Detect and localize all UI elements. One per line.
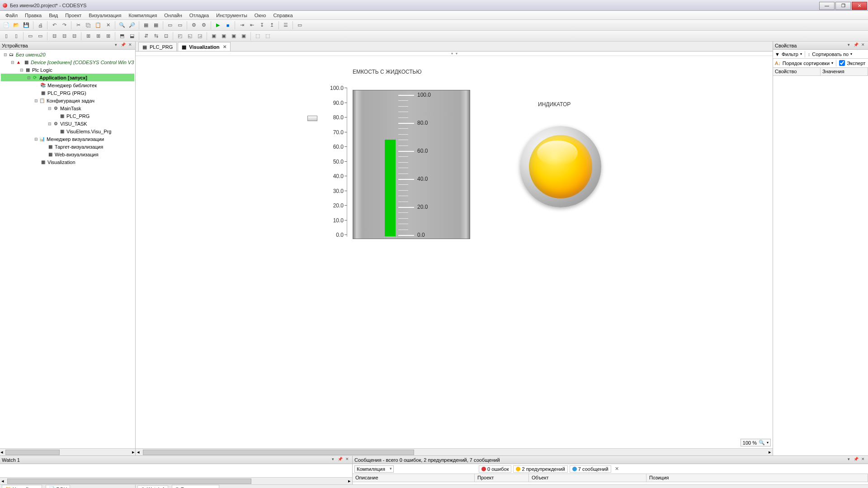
login-icon[interactable]: ⚙	[189, 21, 198, 30]
panel-close-icon[interactable]: ✕	[127, 42, 133, 49]
align-icon[interactable]: ▯	[12, 32, 21, 41]
splitter-icon[interactable]: ▾	[456, 52, 458, 56]
tab-pou[interactable]: 📄 POU	[46, 485, 71, 488]
step-icon[interactable]: ↧	[257, 21, 266, 30]
align-icon[interactable]: ⬓	[127, 32, 137, 41]
align-icon[interactable]: ⊞	[104, 32, 113, 41]
align-icon[interactable]: ⊟	[60, 32, 69, 41]
logout-icon[interactable]: ⚙	[199, 21, 208, 30]
panel-close-icon[interactable]: ✕	[860, 457, 866, 463]
tree-taskcfg[interactable]: Конфигурация задач	[47, 98, 94, 103]
panel-close-icon[interactable]: ✕	[860, 42, 866, 49]
align-icon[interactable]: ▭	[26, 32, 35, 41]
close-button[interactable]: ✕	[852, 2, 867, 10]
watch-hscroll[interactable]: ◂▸	[0, 477, 352, 484]
tree-root[interactable]: Без имени20	[16, 52, 46, 57]
tree-visuelem[interactable]: VisuElems.Visu_Prg	[66, 129, 111, 134]
panel-dropdown-icon[interactable]: ▾	[330, 457, 336, 463]
toolbar-btn[interactable]: ▦	[151, 21, 160, 30]
scale-slider[interactable]	[307, 116, 317, 121]
tree-hscroll[interactable]: ◂▸	[0, 448, 135, 455]
tree-visutask[interactable]: VISU_TASK	[60, 121, 87, 127]
find-icon[interactable]: 🔍	[118, 21, 127, 30]
tree-visualization[interactable]: Visualization	[47, 160, 75, 165]
open-icon[interactable]: 📂	[12, 21, 21, 30]
panel-pin-icon[interactable]: 📌	[853, 42, 859, 49]
paste-icon[interactable]: 📋	[94, 21, 103, 30]
messages-filter[interactable]: 7 сообщений	[570, 465, 611, 473]
align-icon[interactable]: ◰	[175, 32, 184, 41]
copy-icon[interactable]: ⿻	[84, 21, 93, 30]
menu-tools[interactable]: Инструменты	[212, 12, 251, 19]
messages-category-combo[interactable]: Компиляция	[354, 465, 394, 473]
toolbar-btn[interactable]: ▭	[175, 21, 184, 30]
align-icon[interactable]: ◱	[185, 32, 194, 41]
step-icon[interactable]: ⇥	[237, 21, 246, 30]
menu-visualization[interactable]: Визуализация	[85, 12, 125, 19]
menu-debug[interactable]: Отладка	[186, 12, 212, 19]
toolbar-btn[interactable]: ▦	[142, 21, 151, 30]
panel-dropdown-icon[interactable]: ▾	[845, 457, 852, 463]
panel-pin-icon[interactable]: 📌	[120, 42, 126, 49]
menu-help[interactable]: Справка	[269, 12, 296, 19]
tree-maintask[interactable]: MainTask	[60, 106, 81, 111]
sort-icon[interactable]: ↕	[808, 52, 811, 57]
align-icon[interactable]: ⬒	[118, 32, 127, 41]
device-tree[interactable]: ⊟🗂Без имени20 ⊟▲▦Device [соединен] (CODE…	[0, 50, 135, 448]
menu-project[interactable]: Проект	[61, 12, 85, 19]
toolbar-btn[interactable]: ▭	[295, 21, 304, 30]
toolbar-btn[interactable]: ☰	[281, 21, 290, 30]
canvas-hscroll[interactable]: ◂▸	[136, 448, 773, 455]
order-icon[interactable]: ▣	[209, 32, 218, 41]
order-icon[interactable]: ▣	[229, 32, 238, 41]
tree-target[interactable]: Таргет-визуализация	[55, 144, 103, 150]
zoom-indicator[interactable]: 100 % 🔍 ▾	[741, 439, 771, 446]
expert-checkbox[interactable]	[839, 60, 845, 66]
cut-icon[interactable]: ✂	[74, 21, 83, 30]
align-icon[interactable]: ⊟	[50, 32, 59, 41]
filter-icon[interactable]: ▼	[775, 52, 780, 57]
menu-view[interactable]: Вид	[45, 12, 61, 19]
findnext-icon[interactable]: 🔎	[127, 21, 137, 30]
align-icon[interactable]: ▯	[2, 32, 11, 41]
errors-filter[interactable]: 0 ошибок	[479, 465, 512, 473]
order-icon[interactable]: ▣	[239, 32, 248, 41]
sortorder-icon[interactable]: A↓	[775, 61, 781, 66]
visualization-canvas[interactable]: ЕМКОСТЬ С ЖИДКОСТЬЮ ИНДИКАТОР 100.090.08…	[136, 56, 773, 448]
delete-icon[interactable]: ✕	[104, 21, 113, 30]
minimize-button[interactable]: —	[819, 2, 835, 10]
splitter-icon[interactable]: ▾	[451, 52, 453, 56]
new-icon[interactable]: 📄	[2, 21, 11, 30]
tree-plclogic[interactable]: Plc Logic	[32, 67, 52, 73]
panel-dropdown-icon[interactable]: ▾	[113, 42, 119, 49]
start-icon[interactable]: ▶	[213, 21, 222, 30]
panel-close-icon[interactable]: ✕	[344, 457, 350, 463]
tree-device[interactable]: Device [соединен] (CODESYS Control Win V…	[31, 60, 134, 65]
tree-web[interactable]: Web-визуализация	[55, 152, 99, 157]
tree-vismgr[interactable]: Менеджер визуализации	[47, 136, 104, 142]
align-icon[interactable]: ▭	[36, 32, 45, 41]
group-icon[interactable]: ⬚	[253, 32, 262, 41]
save-icon[interactable]: 💾	[22, 21, 31, 30]
zoom-icon[interactable]: 🔍	[759, 440, 765, 446]
chevron-down-icon[interactable]: ▾	[767, 441, 769, 445]
menu-window[interactable]: Окно	[251, 12, 270, 19]
menu-build[interactable]: Компиляция	[125, 12, 160, 19]
panel-pin-icon[interactable]: 📌	[853, 457, 859, 463]
align-icon[interactable]: ◲	[195, 32, 204, 41]
tab-close-icon[interactable]: ✕	[223, 44, 226, 49]
clear-icon[interactable]: ✕	[615, 466, 619, 472]
print-icon[interactable]: 🖨	[36, 21, 45, 30]
align-icon[interactable]: ⊡	[161, 32, 170, 41]
redo-icon[interactable]: ↷	[60, 21, 69, 30]
tree-application[interactable]: Application [запуск]	[39, 75, 87, 80]
tree-plcprg[interactable]: PLC_PRG (PRG)	[47, 90, 86, 96]
align-icon[interactable]: ⊞	[84, 32, 93, 41]
tab-watch[interactable]: 👁 Watch 1	[137, 485, 168, 488]
align-icon[interactable]: ⊟	[70, 32, 79, 41]
group-icon[interactable]: ⬚	[263, 32, 272, 41]
undo-icon[interactable]: ↶	[50, 21, 59, 30]
stop-icon[interactable]: ■	[223, 21, 232, 30]
align-icon[interactable]: ⇵	[142, 32, 151, 41]
panel-pin-icon[interactable]: 📌	[337, 457, 343, 463]
